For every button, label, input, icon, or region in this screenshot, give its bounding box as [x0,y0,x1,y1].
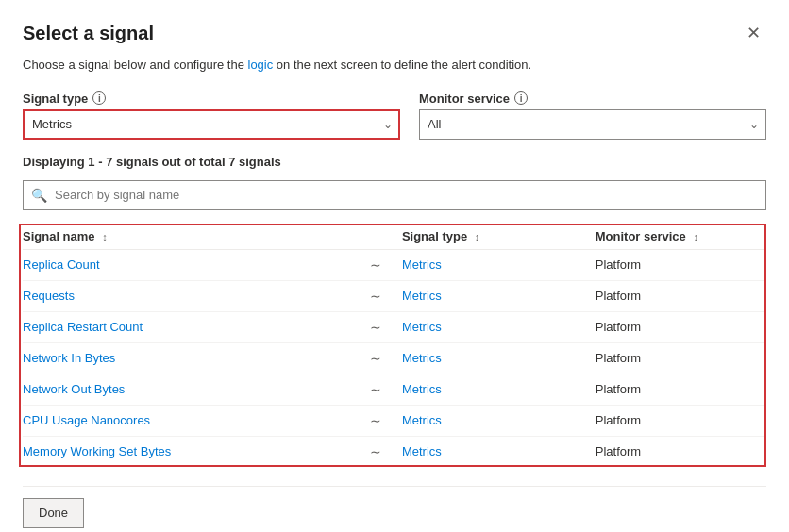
signals-table: Signal name ↕ Signal type ↕ Monitor serv… [23,224,766,467]
wave-icon-cell: ∼ [358,374,402,405]
col-header-icon2 [550,224,595,250]
signal-name-link[interactable]: Replica Restart Count [23,320,143,334]
signal-name-link[interactable]: Network Out Bytes [23,382,125,396]
wave-icon-cell: ∼ [358,280,402,311]
monitor-service-select-wrapper: All ⌄ [419,109,766,140]
signal-type-group: Signal type i Metrics ⌄ [23,91,400,140]
monitor-service-info-icon[interactable]: i [514,91,528,105]
logic-link[interactable]: logic [248,58,274,72]
wave-icon: ∼ [370,351,381,366]
wave-icon: ∼ [370,258,381,273]
signal-type-cell: Metrics [402,436,551,467]
display-count: Displaying 1 - 7 signals out of total 7 … [23,155,766,169]
metrics-label: Metrics [402,258,442,272]
monitor-service-select[interactable]: All [419,109,766,140]
monitor-service-cell: Platform [596,280,766,311]
signal-name-sort-icon: ↕ [102,231,108,242]
monitor-wave-icon-cell [550,405,595,436]
monitor-wave-icon-cell [550,280,595,311]
signal-name-cell: Memory Working Set Bytes [23,436,358,467]
signal-name-cell: Network Out Bytes [23,374,358,405]
select-signal-dialog: Select a signal ✕ Choose a signal below … [0,0,789,532]
monitor-service-cell: Platform [596,342,766,374]
table-row[interactable]: Replica Restart Count ∼ Metrics Platform [23,311,766,342]
signal-type-sort-icon: ↕ [475,231,480,242]
wave-icon: ∼ [370,320,381,335]
monitor-service-cell: Platform [596,405,766,436]
signal-type-cell: Metrics [402,249,551,280]
wave-icon: ∼ [370,413,381,428]
monitor-sort-icon: ↕ [693,231,698,242]
metrics-label: Metrics [402,351,442,365]
platform-label: Platform [596,351,641,365]
signal-name-cell: Replica Count [23,249,358,280]
signal-type-cell: Metrics [402,280,551,311]
signal-type-cell: Metrics [402,311,551,342]
monitor-wave-icon-cell [550,249,595,280]
dialog-title: Select a signal [23,23,154,44]
signal-name-link[interactable]: Requests [23,289,75,303]
signal-name-cell: Replica Restart Count [23,311,358,342]
table-row[interactable]: CPU Usage Nanocores ∼ Metrics Platform [23,405,766,436]
table-row[interactable]: Requests ∼ Metrics Platform [23,280,766,311]
monitor-service-cell: Platform [596,436,766,467]
dialog-footer: Done [23,486,766,528]
metrics-label: Metrics [402,444,442,458]
table-row[interactable]: Network In Bytes ∼ Metrics Platform [23,342,766,374]
platform-label: Platform [596,413,641,427]
signal-type-label: Signal type i [23,91,400,106]
col-header-signal-type[interactable]: Signal type ↕ [402,224,551,250]
signal-type-cell: Metrics [402,374,551,405]
table-row[interactable]: Replica Count ∼ Metrics Platform [23,249,766,280]
wave-icon-cell: ∼ [358,249,402,280]
form-row: Signal type i Metrics ⌄ Monitor service … [23,91,766,140]
col-header-signal-name[interactable]: Signal name ↕ [23,224,358,250]
signal-type-info-icon[interactable]: i [92,91,106,105]
platform-label: Platform [596,444,641,458]
metrics-label: Metrics [402,413,442,427]
signal-type-select-wrapper: Metrics ⌄ [23,109,400,140]
monitor-wave-icon-cell [550,374,595,405]
wave-icon-cell: ∼ [358,342,402,374]
signal-type-cell: Metrics [402,342,551,374]
monitor-service-group: Monitor service i All ⌄ [419,91,766,140]
table-body: Replica Count ∼ Metrics Platform Request… [23,249,766,467]
signal-name-cell: CPU Usage Nanocores [23,405,358,436]
monitor-wave-icon-cell [550,311,595,342]
wave-icon: ∼ [370,289,381,304]
wave-icon-cell: ∼ [358,436,402,467]
search-icon: 🔍 [31,188,47,203]
signal-name-cell: Requests [23,280,358,311]
wave-icon: ∼ [370,382,381,397]
signal-name-cell: Network In Bytes [23,342,358,374]
col-header-icon1 [358,224,402,250]
monitor-service-cell: Platform [596,311,766,342]
platform-label: Platform [596,258,641,272]
wave-icon-cell: ∼ [358,405,402,436]
signal-name-link[interactable]: Memory Working Set Bytes [23,444,171,458]
table-header: Signal name ↕ Signal type ↕ Monitor serv… [23,224,766,250]
metrics-label: Metrics [402,320,442,334]
col-header-monitor-service[interactable]: Monitor service ↕ [596,224,766,250]
wave-icon: ∼ [370,444,381,459]
search-input[interactable] [55,188,758,202]
dialog-header: Select a signal ✕ [23,23,766,44]
signal-type-select[interactable]: Metrics [23,109,400,140]
table-row[interactable]: Memory Working Set Bytes ∼ Metrics Platf… [23,436,766,467]
signal-name-link[interactable]: Replica Count [23,258,100,272]
signal-name-link[interactable]: Network In Bytes [23,351,115,365]
close-button[interactable]: ✕ [741,23,766,43]
monitor-wave-icon-cell [550,436,595,467]
signal-name-link[interactable]: CPU Usage Nanocores [23,413,150,427]
platform-label: Platform [596,382,641,396]
monitor-service-cell: Platform [596,249,766,280]
signal-type-cell: Metrics [402,405,551,436]
done-button[interactable]: Done [23,498,84,528]
metrics-label: Metrics [402,289,442,303]
monitor-service-cell: Platform [596,374,766,405]
search-box: 🔍 [23,180,766,210]
wave-icon-cell: ∼ [358,311,402,342]
table-container: Signal name ↕ Signal type ↕ Monitor serv… [23,224,766,467]
description-text: Choose a signal below and configure the … [23,56,766,75]
table-row[interactable]: Network Out Bytes ∼ Metrics Platform [23,374,766,405]
